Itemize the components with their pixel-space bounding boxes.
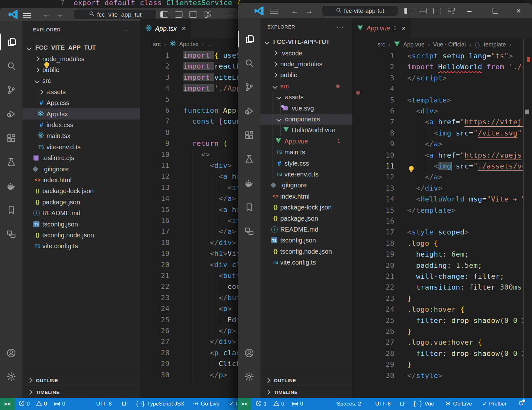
status-golive[interactable]: Go Live — [445, 398, 472, 410]
toggle-secondary-sidebar-icon[interactable] — [189, 11, 197, 18]
activity-item-testing[interactable] — [0, 154, 22, 170]
code-line-21[interactable]: 21 will-change: filter; — [352, 271, 524, 282]
activity-item-source-control[interactable] — [238, 79, 260, 95]
code-line-1[interactable]: 1<script setup lang="ts"> — [352, 51, 524, 62]
code-line-10[interactable]: 10 <> — [140, 149, 238, 160]
tree-item-assets[interactable]: assets — [22, 86, 140, 97]
status-eol[interactable]: LF — [400, 398, 406, 410]
tree-item-fcc-vite-app-tut[interactable]: FCC_VITE_APP_TUT — [22, 42, 140, 53]
code-line-12[interactable]: 12 <a hre — [140, 171, 238, 182]
breadcrumb-item[interactable]: src — [377, 41, 385, 48]
breadcrumb-item[interactable]: Vue - Official — [433, 41, 466, 48]
tree-item-package-json[interactable]: {}package.json — [260, 213, 352, 224]
activity-item-docker[interactable] — [0, 178, 22, 194]
tree-item-readme-md[interactable]: iREADME.md — [22, 208, 140, 218]
code-line-16[interactable]: 16 — [352, 216, 524, 227]
code-line-3[interactable]: 3</script> — [352, 73, 524, 84]
breadcrumb-right[interactable]: src›App.vue›Vue - Official›{}template› — [377, 38, 511, 51]
menu-icon[interactable] — [270, 8, 278, 13]
activity-item-remote-explorer[interactable] — [0, 226, 22, 242]
timeline-section[interactable]: TIMELINE — [22, 386, 140, 398]
code-line-4[interactable]: 4import './App — [140, 83, 238, 94]
tree-item-app-vue[interactable]: App.vue1 — [260, 136, 352, 147]
tree-item-main-ts[interactable]: TSmain.ts — [260, 147, 352, 158]
status-ports[interactable]: 0 — [54, 398, 65, 410]
tree-item-public[interactable]: public — [260, 70, 352, 80]
tree-item-src[interactable]: src — [260, 81, 352, 92]
code-line-9[interactable]: 9 return ( — [140, 138, 238, 149]
status-indentation[interactable]: Spaces: 2 — [337, 398, 361, 410]
code-line-1[interactable]: 1import { useS — [140, 50, 238, 61]
status-golive[interactable]: Go Live — [192, 398, 220, 410]
tree-item-package-lock-json[interactable]: {}package-lock.json — [22, 185, 140, 196]
activity-item-docker[interactable] — [238, 175, 260, 192]
code-line-24[interactable]: 24.logo:hover { — [352, 304, 524, 315]
tree-item-node-modules[interactable]: node_modules — [22, 53, 140, 64]
search-box[interactable]: fcc_vite_app_tut — [74, 9, 156, 20]
tree-item-tsconfig-json[interactable]: TStsconfig.json — [260, 235, 352, 246]
code-line-3[interactable]: 3import viteLo — [140, 72, 238, 83]
tree-item-tsconfig-node-json[interactable]: {}tsconfig.node.json — [22, 230, 140, 241]
tree-item-index-css[interactable]: #index.css — [22, 119, 140, 130]
minimap[interactable] — [523, 38, 532, 398]
tree-item--gitignore[interactable]: .gitignore — [260, 180, 352, 191]
status-errors[interactable]: 0 — [19, 398, 30, 410]
close-tab-icon[interactable]: × — [401, 24, 406, 33]
tree-item-readme-md[interactable]: iREADME.md — [260, 224, 352, 235]
search-box[interactable]: fcc-vite-app-tut — [322, 5, 398, 16]
toggle-panel-icon[interactable] — [175, 11, 182, 18]
code-line-8[interactable]: 8 — [140, 127, 238, 138]
status-encoding[interactable]: UTF-8 — [375, 398, 391, 410]
code-line-30[interactable]: 30 </p> — [140, 370, 238, 381]
customize-layout-icon[interactable] — [448, 8, 455, 14]
code-line-13[interactable]: 13 <img — [140, 182, 238, 193]
code-line-19[interactable]: 19 height: 6em; — [352, 249, 524, 260]
code-line-4[interactable]: 4 — [352, 84, 524, 94]
code-line-30[interactable]: 30</style> — [352, 370, 524, 381]
remote-indicator[interactable]: >< — [238, 398, 251, 410]
tree-item-helloworld-vue[interactable]: HelloWorld.vue — [260, 125, 352, 135]
breadcrumb-left[interactable]: src›App.tsx›… — [153, 38, 213, 50]
activity-item-account[interactable] — [0, 345, 22, 361]
toggle-panel-icon[interactable] — [419, 8, 426, 14]
code-line-5[interactable]: 5<template> — [352, 95, 524, 106]
code-line-12[interactable]: 12 </a> — [352, 172, 524, 183]
activity-item-source-control[interactable] — [0, 82, 22, 98]
code-line-14[interactable]: 14 </a> — [140, 193, 238, 204]
activity-item-run-debug[interactable] — [238, 103, 260, 119]
tree-item-vite-env-d-ts[interactable]: TSvite-env.d.ts — [260, 169, 352, 180]
tree-item-tsconfig-node-json[interactable]: {}tsconfig.node.json — [260, 246, 352, 257]
tree-item--eslintrc-cjs[interactable]: .eslintrc.cjs — [22, 152, 140, 163]
more-actions-icon[interactable]: ··· — [122, 26, 129, 33]
more-actions-icon[interactable]: ··· — [336, 23, 344, 30]
code-line-23[interactable]: 23} — [352, 293, 524, 304]
code-line-25[interactable]: 25 Edit — [140, 315, 238, 325]
code-line-27[interactable]: 27 </div> — [140, 336, 238, 347]
toggle-primary-sidebar-icon[interactable] — [404, 8, 412, 14]
tree-item-vite-config-ts[interactable]: TSvite.config.ts — [260, 257, 352, 268]
minimize-icon[interactable]: – — [467, 7, 471, 15]
tree-item-tsconfig-json[interactable]: TStsconfig.json — [22, 218, 140, 229]
remote-indicator[interactable]: >< — [0, 398, 15, 410]
toggle-secondary-sidebar-icon[interactable] — [433, 8, 441, 14]
code-line-10[interactable]: 10 <a href="https://vuejs — [352, 150, 524, 161]
code-line-9[interactable]: 9 </a> — [352, 139, 524, 150]
tree-item-app-tsx[interactable]: App.tsx — [22, 108, 140, 119]
breakpoint-dot[interactable] — [356, 91, 360, 95]
code-line-23[interactable]: 23 </butt — [140, 292, 238, 303]
tab-app-tsx[interactable]: App.tsx × — [140, 19, 191, 38]
breadcrumb-item[interactable]: App.vue — [403, 41, 425, 48]
code-line-5[interactable]: 5 — [140, 94, 238, 105]
code-line-11[interactable]: 11 <img src="./assets/vu — [352, 161, 524, 172]
tree-item-package-json[interactable]: {}package.json — [22, 197, 140, 208]
activity-item-extensions[interactable] — [0, 130, 22, 146]
code-line-25[interactable]: 25 filter: drop-shadow(0 0 2 — [352, 315, 524, 326]
tree-item-vite-config-ts[interactable]: TSvite.config.ts — [22, 241, 140, 251]
code-line-14[interactable]: 14 <HelloWorld msg="Vite + V — [352, 194, 524, 205]
tree-item-index-html[interactable]: <>index.html — [22, 175, 140, 185]
activity-item-bookmarks[interactable] — [238, 199, 260, 216]
status-encoding[interactable]: UTF-8 — [96, 398, 112, 410]
code-line-26[interactable]: 26 </p> — [140, 325, 238, 336]
breadcrumb-item[interactable]: template — [484, 41, 506, 48]
tree-item-assets[interactable]: assets — [260, 92, 352, 102]
